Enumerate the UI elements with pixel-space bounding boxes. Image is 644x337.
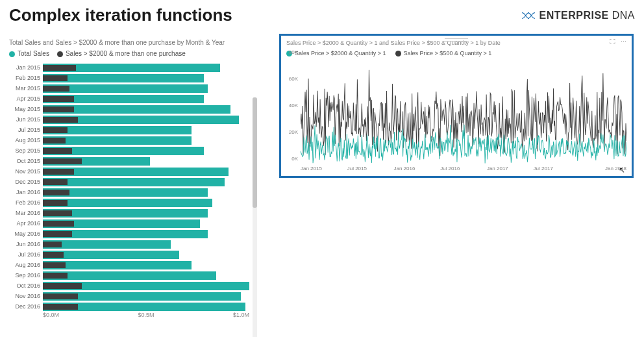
xtick: Jan 2016 (393, 166, 440, 173)
brand-sub: DNA (612, 10, 635, 21)
bar-filtered-sales[interactable] (43, 117, 78, 123)
bar-track (43, 105, 249, 114)
bar-track (43, 147, 249, 155)
bar-row: Jan 2016 (9, 187, 249, 197)
bar-track (43, 116, 249, 124)
right-chart-title: Sales Price > $2000 & Quantity > 1 and S… (286, 40, 501, 46)
brand-logo: ENTERPRISE DNA (521, 10, 635, 21)
bar-filtered-sales[interactable] (43, 158, 82, 164)
legend-item-price-500: Sales Price > $500 & Quantity > 1 (395, 50, 492, 56)
bar-track (43, 74, 249, 82)
bar-filtered-sales[interactable] (43, 221, 74, 227)
bar-track (43, 188, 249, 197)
bar-row: May 2016 (9, 229, 249, 239)
bar-filtered-sales[interactable] (43, 127, 68, 133)
bar-filtered-sales[interactable] (43, 200, 68, 206)
xtick: $0.0M (43, 312, 112, 318)
legend-item-total-sales: Total Sales (9, 50, 49, 57)
bar-label: Mar 2016 (9, 210, 43, 216)
right-yaxis: 0K 20K 40K 60K 80K (286, 58, 299, 164)
drag-handle-icon[interactable] (445, 38, 468, 42)
bar-label: Dec 2015 (9, 179, 43, 185)
bar-label: Feb 2015 (9, 75, 43, 81)
bar-filtered-sales[interactable] (43, 273, 68, 279)
swatch-dark (395, 51, 401, 56)
bar-row: Aug 2016 (9, 260, 249, 270)
bar-label: Jul 2015 (9, 127, 43, 133)
bar-row: Dec 2016 (9, 301, 249, 312)
brand-main: ENTERPRISE (539, 10, 609, 21)
bar-row: Sep 2015 (9, 145, 249, 156)
bar-label: Jul 2016 (9, 251, 43, 258)
bar-row: Jan 2015 (9, 62, 249, 73)
bar-filtered-sales[interactable] (43, 75, 68, 81)
left-legend: Total Sales Sales > $2000 & more than on… (9, 50, 249, 57)
bar-filtered-sales[interactable] (43, 138, 66, 144)
bar-filtered-sales[interactable] (43, 283, 82, 289)
bar-track (43, 303, 249, 311)
right-chart-header: Sales Price > $2000 & Quantity > 1 and S… (286, 40, 626, 46)
ytick: 80K (289, 49, 298, 55)
bar-filtered-sales[interactable] (43, 106, 74, 112)
bar-label: Nov 2015 (9, 168, 43, 175)
bar-filtered-sales[interactable] (43, 86, 69, 92)
bar-row: Sep 2016 (9, 270, 249, 281)
right-chart[interactable]: Sales Price > $2000 & Quantity > 1 and S… (279, 34, 634, 178)
bar-total-sales[interactable] (43, 240, 171, 249)
line-series-500[interactable] (301, 70, 626, 156)
bar-filtered-sales[interactable] (43, 262, 66, 268)
dna-icon (521, 11, 536, 20)
bar-row: Feb 2016 (9, 197, 249, 208)
bar-row: Jun 2016 (9, 239, 249, 249)
bar-filtered-sales[interactable] (43, 169, 74, 175)
focus-mode-icon[interactable]: ⛶ (610, 38, 615, 45)
bar-total-sales[interactable] (43, 271, 216, 280)
bar-track (43, 157, 249, 166)
ytick: 60K (289, 76, 298, 82)
bar-filtered-sales[interactable] (43, 96, 74, 102)
bar-label: May 2016 (9, 231, 43, 237)
bar-row: Mar 2016 (9, 208, 249, 218)
bar-row: Jul 2016 (9, 249, 249, 260)
bar-row: Oct 2016 (9, 281, 249, 291)
bar-filtered-sales[interactable] (43, 242, 62, 247)
xtick: Jul 2016 (440, 166, 487, 173)
bar-filtered-sales[interactable] (43, 231, 72, 237)
bar-filtered-sales[interactable] (43, 210, 72, 216)
bar-label: Mar 2015 (9, 85, 43, 92)
right-legend: Sales Price > $2000 & Quantity > 1 Sales… (286, 50, 626, 56)
xtick: $1.0M (180, 312, 249, 318)
page-title: Complex iteration functions (9, 5, 232, 25)
bar-filtered-sales[interactable] (43, 190, 69, 195)
bar-track (43, 136, 249, 145)
bar-row: Dec 2015 (9, 177, 249, 187)
legend-item-filtered-sales: Sales > $2000 & more than one purchase (57, 50, 186, 57)
bar-filtered-sales[interactable] (43, 65, 76, 71)
bar-track (43, 168, 249, 176)
xtick: Jul 2015 (347, 166, 394, 173)
bar-label: Sep 2015 (9, 147, 43, 154)
bar-filtered-sales[interactable] (43, 252, 64, 258)
swatch-dark (57, 51, 63, 57)
left-bars: Jan 2015Feb 2015Mar 2015Apr 2015May 2015… (9, 62, 249, 312)
legend-item-price-2000: Sales Price > $2000 & Quantity > 1 (286, 50, 386, 56)
xtick: Jan 2017 (487, 166, 534, 173)
more-options-icon[interactable]: ⋯ (621, 38, 626, 45)
scrollbar-thumb[interactable] (253, 97, 257, 208)
bar-label: Oct 2016 (9, 282, 43, 289)
bar-filtered-sales[interactable] (43, 179, 68, 185)
bar-filtered-sales[interactable] (43, 304, 78, 310)
left-chart[interactable]: Total Sales and Sales > $2000 & more tha… (9, 39, 249, 334)
left-scrollbar[interactable] (253, 97, 257, 337)
brand-text: ENTERPRISE DNA (539, 10, 635, 21)
left-chart-title: Total Sales and Sales > $2000 & more tha… (9, 39, 249, 46)
bar-label: Feb 2016 (9, 199, 43, 206)
bar-row: Feb 2015 (9, 73, 249, 83)
bar-filtered-sales[interactable] (43, 148, 72, 154)
bar-label: Dec 2016 (9, 303, 43, 310)
bar-filtered-sales[interactable] (43, 293, 78, 299)
bar-label: Apr 2016 (9, 220, 43, 227)
bar-total-sales[interactable] (43, 199, 212, 207)
bar-total-sales[interactable] (43, 178, 225, 186)
bar-label: May 2015 (9, 106, 43, 112)
